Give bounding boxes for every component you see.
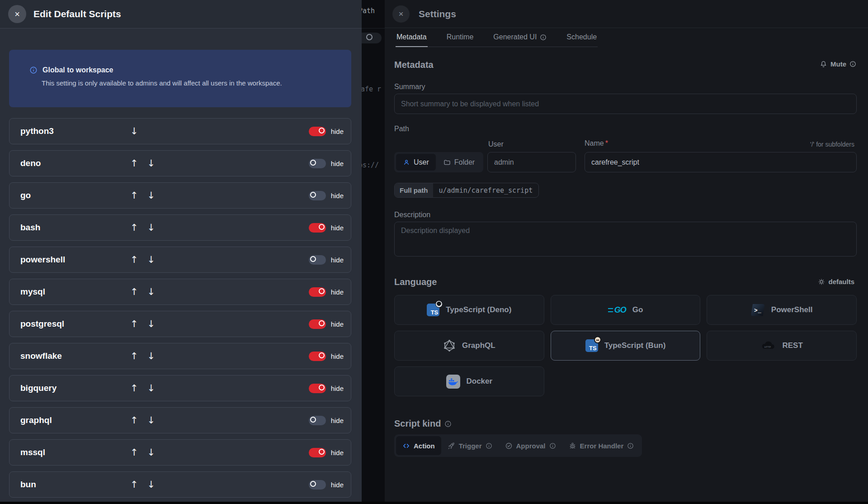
move-down-button[interactable]: ↓ xyxy=(147,319,156,329)
move-up-button[interactable]: ↑ xyxy=(130,448,138,457)
user-icon xyxy=(403,159,410,166)
move-up-button[interactable]: ↑ xyxy=(130,319,138,329)
language-name: bash xyxy=(20,223,130,233)
language-option-powershell[interactable]: >_ PowerShell xyxy=(707,295,857,325)
language-option-typescript-deno[interactable]: TS TypeScript (Deno) xyxy=(394,295,544,325)
bell-icon xyxy=(820,60,827,68)
settings-title: Settings xyxy=(419,9,456,19)
script-kind-toggle: Action Trigger Ap xyxy=(394,434,642,457)
language-heading: Language xyxy=(394,277,437,287)
tab-metadata[interactable]: Metadata xyxy=(396,28,428,47)
owner-kind-user-button[interactable]: User xyxy=(396,154,436,171)
language-option-graphql[interactable]: GraphQL xyxy=(394,331,544,361)
script-row-postgresql: postgresql ↑ ↓ hide xyxy=(9,311,351,337)
info-icon xyxy=(29,66,38,74)
move-down-button[interactable]: ↓ xyxy=(147,480,156,490)
script-row-bigquery: bigquery ↑ ↓ hide xyxy=(9,375,351,401)
hide-label: hide xyxy=(331,417,344,424)
hide-toggle[interactable] xyxy=(309,352,326,361)
check-circle-icon xyxy=(505,442,513,450)
script-kind-heading: Script kind xyxy=(394,418,452,429)
hide-label: hide xyxy=(331,192,344,200)
language-option-go[interactable]: GO Go xyxy=(551,295,701,325)
language-grid: TS TypeScript (Deno) GO Go >_ PowerShell… xyxy=(394,295,857,396)
script-row-go: go ↑ ↓ hide xyxy=(9,182,351,209)
summary-input[interactable] xyxy=(394,94,857,114)
hide-label: hide xyxy=(331,320,344,328)
hide-toggle[interactable] xyxy=(309,448,326,457)
language-name: graphql xyxy=(20,415,130,425)
move-down-button[interactable]: ↓ xyxy=(147,416,156,425)
move-up-button[interactable]: ↑ xyxy=(130,384,138,393)
move-up-button[interactable]: ↑ xyxy=(130,352,138,361)
move-down-button[interactable]: ↓ xyxy=(147,448,156,457)
hide-toggle[interactable] xyxy=(309,127,326,136)
hide-toggle[interactable] xyxy=(309,384,326,393)
script-kind-trigger-button[interactable]: Trigger xyxy=(441,436,499,455)
script-row-bash: bash ↑ ↓ hide xyxy=(9,214,351,241)
hide-toggle[interactable] xyxy=(309,319,326,329)
language-defaults-button[interactable]: defaults xyxy=(818,278,854,285)
close-icon[interactable]: × xyxy=(8,5,26,23)
close-icon[interactable]: × xyxy=(392,5,410,23)
go-icon: GO xyxy=(608,305,626,315)
settings-tabs: Metadata Runtime Generated UI Schedule xyxy=(396,28,598,47)
hide-toggle[interactable] xyxy=(309,287,326,297)
move-down-button[interactable]: ↓ xyxy=(147,384,156,393)
move-down-button[interactable]: ↓ xyxy=(147,255,156,265)
summary-label: Summary xyxy=(394,83,425,91)
mute-button[interactable]: Mute xyxy=(820,60,856,68)
move-down-button[interactable]: ↓ xyxy=(130,127,138,136)
language-name: deno xyxy=(20,158,130,168)
notice-body: This setting is only available to admins… xyxy=(42,78,302,88)
script-row-graphql: graphql ↑ ↓ hide xyxy=(9,407,351,433)
move-down-button[interactable]: ↓ xyxy=(147,287,156,297)
language-option-typescript-bun[interactable]: TS TypeScript (Bun) xyxy=(551,331,701,361)
bug-icon xyxy=(569,442,576,450)
hide-toggle[interactable] xyxy=(309,223,326,233)
hide-label: hide xyxy=(331,288,344,296)
move-up-button[interactable]: ↑ xyxy=(130,223,138,233)
description-textarea[interactable] xyxy=(394,222,857,257)
move-up-button[interactable]: ↑ xyxy=(130,159,138,168)
move-down-button[interactable]: ↓ xyxy=(147,159,156,168)
move-down-button[interactable]: ↓ xyxy=(147,223,156,233)
info-icon xyxy=(486,442,492,449)
powershell-icon: >_ xyxy=(751,304,765,316)
language-option-rest[interactable]: HTTP REST xyxy=(707,331,857,361)
hide-label: hide xyxy=(331,449,344,456)
move-down-button[interactable]: ↓ xyxy=(147,352,156,361)
hide-label: hide xyxy=(331,160,344,167)
full-path: Full path u/admin/carefree_script xyxy=(394,183,539,198)
owner-kind-folder-button[interactable]: Folder xyxy=(437,154,481,171)
script-kind-action-button[interactable]: Action xyxy=(396,436,441,455)
info-icon xyxy=(444,420,452,428)
move-up-button[interactable]: ↑ xyxy=(130,191,138,200)
info-icon xyxy=(627,442,634,449)
tab-generated-ui[interactable]: Generated UI xyxy=(492,28,547,47)
script-kind-approval-button[interactable]: Approval xyxy=(499,436,562,455)
hide-toggle[interactable] xyxy=(309,159,326,168)
tab-runtime[interactable]: Runtime xyxy=(446,28,475,47)
move-up-button[interactable]: ↑ xyxy=(130,255,138,265)
script-row-mysql: mysql ↑ ↓ hide xyxy=(9,279,351,305)
tab-schedule[interactable]: Schedule xyxy=(566,28,598,47)
subfolder-hint: '/' for subfolders xyxy=(810,141,854,148)
move-down-button[interactable]: ↓ xyxy=(147,191,156,200)
name-input[interactable] xyxy=(585,152,857,172)
hide-toggle[interactable] xyxy=(309,255,326,265)
move-up-button[interactable]: ↑ xyxy=(130,480,138,490)
hide-toggle[interactable] xyxy=(309,480,326,490)
script-kind-error-handler-button[interactable]: Error Handler xyxy=(562,436,641,455)
move-up-button[interactable]: ↑ xyxy=(130,416,138,425)
svg-text:HTTP: HTTP xyxy=(764,346,771,348)
hide-toggle[interactable] xyxy=(309,416,326,425)
move-up-button[interactable]: ↑ xyxy=(130,287,138,297)
full-path-badge: Full path xyxy=(395,183,433,197)
user-input[interactable] xyxy=(487,152,576,172)
script-row-snowflake: snowflake ↑ ↓ hide xyxy=(9,343,351,369)
language-name: python3 xyxy=(20,126,130,136)
metadata-heading: Metadata xyxy=(394,60,434,70)
language-option-docker[interactable]: Docker xyxy=(394,366,544,396)
hide-toggle[interactable] xyxy=(309,191,326,200)
